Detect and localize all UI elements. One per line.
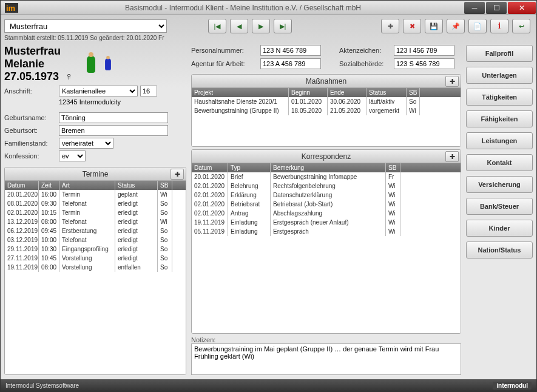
person-dob: 27.05.1973 — [4, 70, 59, 83]
window-title: Basismodul - Intermodul Klient - Meine I… — [22, 4, 464, 12]
table-row[interactable]: 05.11.2019EinladungErstgesprächWi — [192, 227, 461, 236]
info-button[interactable]: i — [490, 19, 508, 33]
column-header[interactable]: SB — [158, 181, 172, 190]
pin-button[interactable]: 📌 — [447, 19, 465, 33]
close-button[interactable]: ✕ — [508, 2, 536, 14]
column-header[interactable]: Beginn — [289, 88, 328, 97]
table-row[interactable]: 02.01.202010:15TerminerledigtSo — [5, 208, 186, 217]
save-button[interactable]: 💾 — [425, 19, 443, 33]
table-row[interactable]: 06.12.201909:45ErstberatungerledigtSo — [5, 226, 186, 235]
minimize-button[interactable]: ─ — [464, 2, 485, 14]
massnahmen-panel: Maßnahmen ✚ ProjektBeginnEndeStatusSB Ha… — [191, 74, 461, 147]
massnahmen-add-button[interactable]: ✚ — [445, 76, 459, 87]
korrespondenz-add-button[interactable]: ✚ — [445, 151, 459, 162]
table-row[interactable]: 20.01.202016:00TermingeplantWi — [5, 190, 186, 199]
nav-last-button[interactable]: ▶| — [274, 19, 292, 33]
termine-add-button[interactable]: ✚ — [171, 169, 184, 180]
table-row[interactable]: 19.11.2019EinladungErstgespräch (neuer A… — [192, 218, 461, 227]
person-firstname: Melanie — [4, 58, 73, 70]
massnahmen-title: Maßnahmen — [306, 77, 346, 86]
svg-text:im: im — [6, 4, 15, 13]
termine-grid[interactable]: DatumZeitArtStatusSB 20.01.202016:00Term… — [5, 181, 186, 374]
footer-vendor: Intermodul Systemsoftware — [5, 382, 79, 389]
person-name-block: Musterfrau Melanie 27.05.1973 ♀ — [4, 45, 186, 83]
sidebar-item-kontakt[interactable]: Kontakt — [466, 154, 533, 171]
table-row[interactable]: 29.11.201910:30Eingangsprofilingerledigt… — [5, 245, 186, 254]
birthplace-label: Geburtsort: — [4, 127, 56, 134]
delete-record-button[interactable]: ✖ — [403, 19, 421, 33]
sidebar-item-unterlagen[interactable]: Unterlagen — [466, 67, 533, 84]
agentur-label: Agentur für Arbeit: — [191, 60, 258, 67]
column-header[interactable]: Status — [366, 88, 407, 97]
status-bar: Intermodul Systemsoftware intermodul — [1, 379, 536, 391]
korrespondenz-grid[interactable]: DatumTypBemerkungSB 20.01.2020BriefBewer… — [192, 163, 461, 333]
table-row[interactable]: 02.01.2020AntragAbschlagszahlungWi — [192, 209, 461, 218]
column-header[interactable]: Ende — [328, 88, 366, 97]
client-select[interactable]: Musterfrau — [4, 19, 167, 33]
table-row[interactable]: 02.01.2020ErklärungDatenschutzerklärungW… — [192, 191, 461, 200]
notes-textarea[interactable]: Bewerbungstraining im Mai geplant (Grupp… — [191, 343, 461, 375]
maximize-button[interactable]: ☐ — [486, 2, 507, 14]
sozial-input[interactable] — [394, 58, 454, 69]
confession-select[interactable]: ev — [59, 150, 86, 161]
back-button[interactable]: ↩ — [512, 19, 530, 33]
new-record-button[interactable]: ✚ — [381, 19, 399, 33]
nav-next-button[interactable]: ▶ — [252, 19, 270, 33]
column-header[interactable]: Datum — [5, 181, 39, 190]
nav-first-button[interactable]: |◀ — [208, 19, 226, 33]
termine-panel: Termine ✚ DatumZeitArtStatusSB 20.01.202… — [4, 167, 186, 375]
table-row[interactable]: 02.01.2020BelehrungRechtsfolgenbelehrung… — [192, 181, 461, 191]
footer-brand: intermodul — [493, 382, 532, 390]
column-header[interactable]: Datum — [192, 163, 228, 172]
document-button[interactable]: 📄 — [468, 19, 487, 33]
table-row[interactable]: 03.12.201910:00TelefonaterledigtSo — [5, 235, 186, 245]
agentur-input[interactable] — [260, 58, 321, 69]
column-header[interactable]: Art — [59, 181, 115, 190]
marital-select[interactable]: verheiratet — [59, 138, 113, 149]
sidebar-item-f-higkeiten[interactable]: Fähigkeiten — [466, 110, 533, 127]
house-number-input[interactable] — [140, 86, 157, 96]
table-row[interactable]: 08.01.202009:30TelefonaterledigtSo — [5, 199, 186, 208]
record-meta: Stammblatt erstellt: 05.11.2019 So geänd… — [4, 35, 533, 41]
sidebar-item-fallprofil[interactable]: Fallprofil — [466, 45, 533, 62]
sidebar-item-bank-steuer[interactable]: Bank/Steuer — [466, 198, 533, 215]
aktenzeichen-input[interactable] — [394, 45, 454, 56]
column-header[interactable]: SB — [386, 163, 400, 172]
sidebar-item-t-tigkeiten[interactable]: Tätigkeiten — [466, 89, 533, 106]
column-header[interactable]: SB — [407, 88, 420, 97]
korrespondenz-panel: Korrespondenz ✚ DatumTypBemerkungSB 20.0… — [191, 149, 461, 334]
sidebar-item-leistungen[interactable]: Leistungen — [466, 132, 533, 149]
toolbar-group: ✚ ✖ 💾 📌 📄 i ↩ — [381, 19, 530, 33]
notes-label: Notizen: — [191, 336, 461, 343]
birthplace-input[interactable] — [59, 125, 168, 136]
column-header[interactable]: Typ — [228, 163, 271, 172]
aktenzeichen-label: Aktenzeichen: — [339, 47, 391, 54]
nav-prev-button[interactable]: ◀ — [230, 19, 248, 33]
table-row[interactable]: Haushaltsnahe Dienste 2020/101.01.202030… — [192, 97, 461, 106]
personalnr-input[interactable] — [260, 45, 321, 56]
table-row[interactable]: 20.01.2020BriefBewerbungstraining Infoma… — [192, 172, 461, 181]
personalnr-label: Personalnummer: — [191, 47, 258, 54]
table-row[interactable]: 27.11.201910:45VorstellungerledigtSo — [5, 254, 186, 263]
table-row[interactable]: Bewerbungstraining (Gruppe II)18.05.2020… — [192, 106, 461, 115]
sidebar-item-kinder[interactable]: Kinder — [466, 220, 533, 237]
column-header[interactable]: Projekt — [192, 88, 289, 97]
massnahmen-grid[interactable]: ProjektBeginnEndeStatusSB Haushaltsnahe … — [192, 88, 461, 146]
address-cityline: 12345 Intermodulcity — [59, 98, 121, 106]
table-row[interactable]: 02.01.2020BetriebsratBetriebsrat (Job-St… — [192, 200, 461, 209]
confession-label: Konfession: — [4, 152, 56, 160]
column-header[interactable]: Zeit — [39, 181, 59, 190]
record-nav-group: |◀ ◀ ▶ ▶| — [208, 19, 292, 33]
sidebar-item-nation-status[interactable]: Nation/Status — [466, 242, 533, 259]
birthname-label: Geburtsname: — [4, 114, 56, 121]
person-lastname: Musterfrau — [4, 45, 73, 58]
table-row[interactable]: 13.12.201908:00TelefonaterledigtWi — [5, 217, 186, 226]
column-header[interactable]: Status — [115, 181, 158, 190]
address-label: Anschrift: — [4, 87, 56, 95]
street-select[interactable]: Kastanienallee — [59, 86, 138, 96]
birthname-input[interactable] — [59, 112, 168, 123]
sidebar-item-versicherung[interactable]: Versicherung — [466, 176, 533, 193]
column-header[interactable]: Bemerkung — [271, 163, 386, 172]
table-row[interactable]: 19.11.201908:00VorstellungentfallenSo — [5, 263, 186, 272]
app-logo-icon: im — [3, 2, 20, 14]
